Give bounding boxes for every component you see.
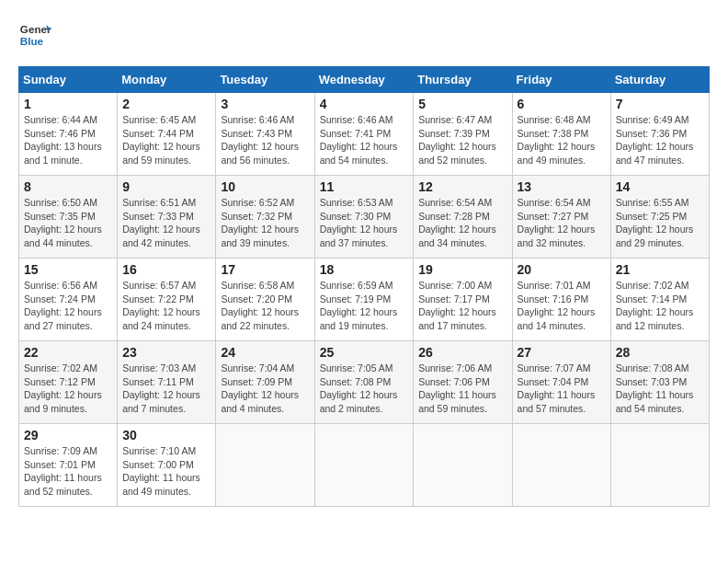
calendar-cell: 22Sunrise: 7:02 AMSunset: 7:12 PMDayligh… — [19, 341, 118, 424]
weekday-header-friday: Friday — [512, 67, 610, 93]
day-detail: Sunrise: 6:50 AMSunset: 7:35 PMDaylight:… — [24, 196, 112, 250]
day-number: 16 — [122, 262, 210, 277]
day-number: 6 — [518, 97, 606, 111]
calendar-cell: 29Sunrise: 7:09 AMSunset: 7:01 PMDayligh… — [19, 424, 118, 507]
day-number: 5 — [418, 97, 506, 111]
calendar-cell: 25Sunrise: 7:05 AMSunset: 7:08 PMDayligh… — [314, 341, 414, 424]
day-detail: Sunrise: 6:53 AMSunset: 7:30 PMDaylight:… — [320, 196, 409, 250]
day-detail: Sunrise: 7:02 AMSunset: 7:14 PMDaylight:… — [616, 279, 704, 333]
day-detail: Sunrise: 6:54 AMSunset: 7:27 PMDaylight:… — [518, 196, 606, 250]
day-number: 10 — [221, 179, 309, 194]
calendar-cell: 1Sunrise: 6:44 AMSunset: 7:46 PMDaylight… — [19, 93, 118, 176]
calendar-cell: 28Sunrise: 7:08 AMSunset: 7:03 PMDayligh… — [610, 341, 709, 424]
calendar-cell: 27Sunrise: 7:07 AMSunset: 7:04 PMDayligh… — [512, 341, 610, 424]
calendar-table: SundayMondayTuesdayWednesdayThursdayFrid… — [18, 66, 710, 507]
day-detail: Sunrise: 6:51 AMSunset: 7:33 PMDaylight:… — [122, 196, 210, 250]
calendar-week-row: 15Sunrise: 6:56 AMSunset: 7:24 PMDayligh… — [19, 259, 710, 341]
weekday-header-monday: Monday — [118, 67, 216, 93]
day-number: 12 — [418, 179, 506, 194]
day-detail: Sunrise: 6:54 AMSunset: 7:28 PMDaylight:… — [418, 196, 506, 250]
day-number: 21 — [616, 262, 704, 277]
calendar-cell: 20Sunrise: 7:01 AMSunset: 7:16 PMDayligh… — [512, 259, 610, 341]
day-detail: Sunrise: 6:45 AMSunset: 7:44 PMDaylight:… — [122, 113, 210, 167]
calendar-cell: 21Sunrise: 7:02 AMSunset: 7:14 PMDayligh… — [610, 259, 709, 341]
day-detail: Sunrise: 7:10 AMSunset: 7:00 PMDaylight:… — [122, 444, 210, 499]
calendar-cell: 4Sunrise: 6:46 AMSunset: 7:41 PMDaylight… — [314, 93, 414, 176]
calendar-cell: 10Sunrise: 6:52 AMSunset: 7:32 PMDayligh… — [216, 176, 314, 259]
calendar-cell: 15Sunrise: 6:56 AMSunset: 7:24 PMDayligh… — [19, 259, 118, 341]
day-detail: Sunrise: 6:55 AMSunset: 7:25 PMDaylight:… — [616, 196, 704, 250]
day-number: 7 — [616, 97, 704, 111]
logo-icon: General Blue — [18, 18, 51, 52]
calendar-cell: 11Sunrise: 6:53 AMSunset: 7:30 PMDayligh… — [314, 176, 414, 259]
calendar-header-row: SundayMondayTuesdayWednesdayThursdayFrid… — [19, 67, 710, 93]
day-number: 30 — [122, 428, 210, 442]
weekday-header-wednesday: Wednesday — [314, 67, 414, 93]
day-detail: Sunrise: 6:44 AMSunset: 7:46 PMDaylight:… — [24, 113, 112, 167]
day-number: 3 — [221, 97, 309, 111]
calendar-cell: 30Sunrise: 7:10 AMSunset: 7:00 PMDayligh… — [118, 424, 216, 507]
weekday-header-sunday: Sunday — [19, 67, 118, 93]
logo: General Blue — [18, 18, 55, 52]
calendar-week-row: 1Sunrise: 6:44 AMSunset: 7:46 PMDaylight… — [19, 93, 710, 176]
day-detail: Sunrise: 6:47 AMSunset: 7:39 PMDaylight:… — [418, 113, 506, 167]
day-number: 24 — [221, 345, 309, 360]
day-detail: Sunrise: 7:01 AMSunset: 7:16 PMDaylight:… — [518, 279, 606, 333]
day-number: 29 — [24, 428, 112, 442]
calendar-week-row: 29Sunrise: 7:09 AMSunset: 7:01 PMDayligh… — [19, 424, 710, 507]
weekday-header-thursday: Thursday — [414, 67, 512, 93]
day-detail: Sunrise: 7:00 AMSunset: 7:17 PMDaylight:… — [418, 279, 506, 333]
calendar-cell: 26Sunrise: 7:06 AMSunset: 7:06 PMDayligh… — [414, 341, 512, 424]
calendar-cell: 5Sunrise: 6:47 AMSunset: 7:39 PMDaylight… — [414, 93, 512, 176]
calendar-cell: 23Sunrise: 7:03 AMSunset: 7:11 PMDayligh… — [118, 341, 216, 424]
day-detail: Sunrise: 7:05 AMSunset: 7:08 PMDaylight:… — [320, 362, 409, 416]
day-detail: Sunrise: 6:49 AMSunset: 7:36 PMDaylight:… — [616, 113, 704, 167]
day-number: 27 — [518, 345, 606, 360]
day-detail: Sunrise: 6:46 AMSunset: 7:41 PMDaylight:… — [320, 113, 409, 167]
calendar-cell — [414, 424, 512, 507]
day-number: 1 — [24, 97, 112, 111]
day-number: 14 — [616, 179, 704, 194]
calendar-cell: 14Sunrise: 6:55 AMSunset: 7:25 PMDayligh… — [610, 176, 709, 259]
day-number: 9 — [122, 179, 210, 194]
calendar-cell: 13Sunrise: 6:54 AMSunset: 7:27 PMDayligh… — [512, 176, 610, 259]
day-number: 20 — [518, 262, 606, 277]
day-detail: Sunrise: 6:46 AMSunset: 7:43 PMDaylight:… — [221, 113, 309, 167]
day-number: 23 — [122, 345, 210, 360]
day-number: 17 — [221, 262, 309, 277]
svg-text:Blue: Blue — [20, 35, 44, 47]
day-number: 26 — [418, 345, 506, 360]
calendar-cell: 17Sunrise: 6:58 AMSunset: 7:20 PMDayligh… — [216, 259, 314, 341]
calendar-cell: 18Sunrise: 6:59 AMSunset: 7:19 PMDayligh… — [314, 259, 414, 341]
calendar-cell — [610, 424, 709, 507]
day-number: 2 — [122, 97, 210, 111]
day-detail: Sunrise: 6:57 AMSunset: 7:22 PMDaylight:… — [122, 279, 210, 333]
calendar-cell: 9Sunrise: 6:51 AMSunset: 7:33 PMDaylight… — [118, 176, 216, 259]
calendar-cell: 6Sunrise: 6:48 AMSunset: 7:38 PMDaylight… — [512, 93, 610, 176]
day-detail: Sunrise: 6:58 AMSunset: 7:20 PMDaylight:… — [221, 279, 309, 333]
day-detail: Sunrise: 6:48 AMSunset: 7:38 PMDaylight:… — [518, 113, 606, 167]
calendar-cell: 12Sunrise: 6:54 AMSunset: 7:28 PMDayligh… — [414, 176, 512, 259]
day-number: 8 — [24, 179, 112, 194]
day-detail: Sunrise: 6:52 AMSunset: 7:32 PMDaylight:… — [221, 196, 309, 250]
calendar-cell: 8Sunrise: 6:50 AMSunset: 7:35 PMDaylight… — [19, 176, 118, 259]
calendar-cell: 19Sunrise: 7:00 AMSunset: 7:17 PMDayligh… — [414, 259, 512, 341]
calendar-cell: 7Sunrise: 6:49 AMSunset: 7:36 PMDaylight… — [610, 93, 709, 176]
day-detail: Sunrise: 7:02 AMSunset: 7:12 PMDaylight:… — [24, 362, 112, 416]
day-detail: Sunrise: 7:04 AMSunset: 7:09 PMDaylight:… — [221, 362, 309, 416]
day-number: 28 — [616, 345, 704, 360]
page-header: General Blue — [18, 18, 710, 52]
weekday-header-tuesday: Tuesday — [216, 67, 314, 93]
calendar-week-row: 22Sunrise: 7:02 AMSunset: 7:12 PMDayligh… — [19, 341, 710, 424]
calendar-cell: 2Sunrise: 6:45 AMSunset: 7:44 PMDaylight… — [118, 93, 216, 176]
day-detail: Sunrise: 6:56 AMSunset: 7:24 PMDaylight:… — [24, 279, 112, 333]
calendar-cell — [216, 424, 314, 507]
day-number: 15 — [24, 262, 112, 277]
calendar-cell: 3Sunrise: 6:46 AMSunset: 7:43 PMDaylight… — [216, 93, 314, 176]
day-detail: Sunrise: 7:07 AMSunset: 7:04 PMDaylight:… — [518, 362, 606, 416]
day-detail: Sunrise: 7:08 AMSunset: 7:03 PMDaylight:… — [616, 362, 704, 416]
day-number: 25 — [320, 345, 409, 360]
day-number: 19 — [418, 262, 506, 277]
day-detail: Sunrise: 7:03 AMSunset: 7:11 PMDaylight:… — [122, 362, 210, 416]
day-detail: Sunrise: 7:09 AMSunset: 7:01 PMDaylight:… — [24, 444, 112, 499]
